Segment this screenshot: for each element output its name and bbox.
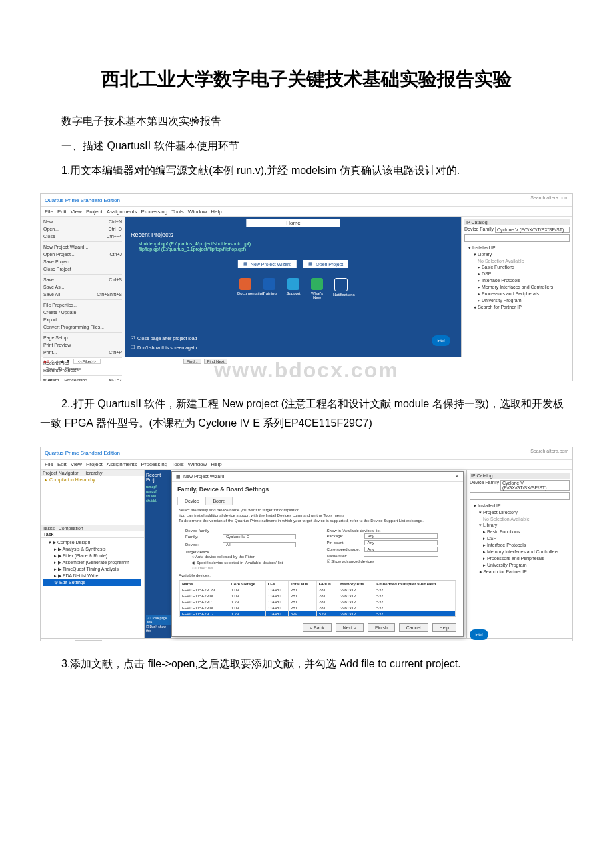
filter-input[interactable]: <<Filter>> bbox=[75, 640, 102, 641]
recent-file[interactable]: shuidd. bbox=[146, 494, 170, 498]
open-project-button[interactable]: ▦Open Project bbox=[303, 260, 348, 268]
menu-assignments[interactable]: Assignments bbox=[107, 461, 137, 467]
radio-other[interactable]: ○ Other: n/a bbox=[179, 565, 315, 571]
name-filter-input[interactable] bbox=[364, 556, 438, 557]
home-tab[interactable]: Home bbox=[246, 219, 340, 227]
radio-auto[interactable]: ○ Auto device selected by the Fitter bbox=[179, 554, 315, 559]
filter-input[interactable]: <<Filter>> bbox=[73, 359, 101, 364]
menu-project[interactable]: Project bbox=[86, 461, 103, 467]
ip-search-input[interactable] bbox=[470, 492, 570, 500]
show-advanced-checkbox[interactable]: ☑ Show advanced devices bbox=[320, 559, 457, 563]
tree-item[interactable]: ▸ Basic Functions bbox=[468, 264, 570, 271]
menu-item-page-setup[interactable]: Page Setup... bbox=[43, 334, 122, 341]
menu-edit[interactable]: Edit bbox=[57, 209, 67, 215]
task-compile-design[interactable]: ▾ ▶ Compile Design bbox=[43, 539, 141, 546]
menu-item-new[interactable]: New...Ctrl+N bbox=[43, 218, 122, 225]
menu-item-open[interactable]: Open...Ctrl+O bbox=[43, 225, 122, 233]
hierarchy-tab[interactable]: Hierarchy bbox=[83, 471, 103, 475]
find-next-button[interactable]: Find Next bbox=[204, 359, 228, 364]
device-row[interactable]: EP4CE115F23I8L1.0V1144802812813981312532 bbox=[180, 605, 456, 611]
help-button[interactable]: Help bbox=[432, 623, 456, 632]
menu-help[interactable]: Help bbox=[211, 461, 221, 467]
notifications-icon[interactable]: Notifications bbox=[333, 278, 349, 299]
training-icon[interactable]: Training bbox=[261, 278, 277, 299]
menu-window[interactable]: Window bbox=[188, 209, 207, 215]
documentation-icon[interactable]: Documentation bbox=[237, 278, 253, 299]
close-page-checkbox[interactable]: ☑Close page after project load bbox=[131, 335, 197, 341]
tree-item[interactable]: ▸ DSP bbox=[468, 271, 570, 277]
recent-file[interactable]: run.qpf bbox=[146, 489, 170, 493]
task-eda-netlist[interactable]: ▸ ▶ EDA Netlist Writer bbox=[43, 573, 141, 579]
menu-item-save-project[interactable]: Save Project bbox=[43, 258, 122, 265]
tree-item[interactable]: ▸ Interface Protocols bbox=[468, 277, 570, 284]
menu-item-close[interactable]: CloseCtrl+F4 bbox=[43, 233, 122, 240]
tree-item[interactable]: ▾ Installed IP bbox=[474, 503, 570, 509]
menu-tools[interactable]: Tools bbox=[171, 209, 184, 215]
task-timequest[interactable]: ▸ ▶ TimeQuest Timing Analysis bbox=[43, 566, 141, 573]
family-select[interactable]: Cyclone IV E bbox=[223, 534, 296, 539]
recent-project-link[interactable]: flipflop.qpf (E:/quartus_3.1project/flip… bbox=[139, 247, 251, 251]
menu-tools[interactable]: Tools bbox=[171, 461, 184, 467]
dont-show-checkbox[interactable]: ☐ Don't show this bbox=[146, 625, 171, 633]
menu-help[interactable]: Help bbox=[211, 209, 221, 215]
menu-edit[interactable]: Edit bbox=[57, 461, 67, 467]
dont-show-checkbox[interactable]: ☐Don't show this screen again bbox=[131, 345, 197, 350]
tree-item[interactable]: ▸ University Program bbox=[474, 562, 570, 569]
menu-file[interactable]: File bbox=[45, 461, 53, 467]
menu-project[interactable]: Project bbox=[86, 209, 103, 215]
device-family-select[interactable]: Cyclone V (E/GX/GT/SX/SE/ST) bbox=[500, 480, 570, 491]
tree-item[interactable]: ● Search for Partner IP bbox=[468, 304, 570, 310]
task-analysis[interactable]: ▸ ▶ Analysis & Synthesis bbox=[43, 546, 141, 553]
menu-item-create-update[interactable]: Create / Update bbox=[43, 309, 122, 316]
menu-processing[interactable]: Processing bbox=[141, 461, 168, 467]
menu-item-save[interactable]: SaveCtrl+S bbox=[43, 276, 122, 283]
tree-item[interactable]: ▾ Installed IP bbox=[468, 245, 570, 251]
menu-item-open-project[interactable]: Open Project...Ctrl+J bbox=[43, 251, 122, 258]
menu-item-save-as[interactable]: Save As... bbox=[43, 283, 122, 291]
device-row[interactable]: EP4CE115F23I8L1.0V1144802812813981312532 bbox=[180, 593, 456, 599]
device-family-select[interactable]: Cyclone V (E/GX/GT/SX/SE/ST) bbox=[495, 227, 570, 233]
search-box[interactable]: Search altera.com bbox=[530, 449, 568, 453]
menu-item-convert[interactable]: Convert Programming Files... bbox=[43, 323, 122, 331]
next-button[interactable]: Next > bbox=[336, 623, 364, 632]
support-icon[interactable]: Support bbox=[285, 278, 301, 299]
devices-table[interactable]: NameCore VoltageLEsTotal I/OsGPIOsMemory… bbox=[179, 580, 456, 617]
new-project-wizard-button[interactable]: ▦New Project Wizard bbox=[238, 260, 297, 268]
tree-item[interactable]: ▸ Memory Interfaces and Controllers bbox=[474, 549, 570, 555]
menu-item-file-props[interactable]: File Properties... bbox=[43, 301, 122, 309]
tree-item[interactable]: ● Search for Partner IP bbox=[474, 569, 570, 575]
tree-item[interactable]: ▸ Basic Functions bbox=[474, 529, 570, 535]
tab-board[interactable]: Board bbox=[205, 497, 233, 505]
filter-all[interactable]: All bbox=[45, 640, 50, 641]
filter-all[interactable]: All bbox=[43, 359, 49, 364]
menu-item-print-preview[interactable]: Print Preview bbox=[43, 341, 122, 349]
menu-item-new-wizard[interactable]: New Project Wizard... bbox=[43, 243, 122, 251]
recent-project-link[interactable]: shuidengd.qpf (E:/quartus_4/project/shui… bbox=[139, 241, 251, 246]
menu-item-export[interactable]: Export... bbox=[43, 316, 122, 323]
tree-item[interactable]: ▸ DSP bbox=[474, 535, 570, 542]
tree-item[interactable]: ▸ Memory Interfaces and Controllers bbox=[468, 284, 570, 291]
recent-file[interactable]: shuidd. bbox=[146, 499, 170, 503]
menu-processing[interactable]: Processing bbox=[141, 209, 168, 215]
tree-item[interactable]: ▸ Interface Protocols bbox=[474, 542, 570, 549]
hierarchy-root[interactable]: ▲ Compilation Hierarchy bbox=[43, 477, 141, 482]
menu-item-close-project[interactable]: Close Project bbox=[43, 265, 122, 273]
radio-specific[interactable]: ◉ Specific device selected in 'Available… bbox=[179, 559, 315, 565]
finish-button[interactable]: Finish bbox=[368, 623, 395, 632]
compilation-tab[interactable]: Compilation bbox=[59, 526, 83, 531]
tree-item[interactable]: ▸ Processors and Peripherals bbox=[468, 291, 570, 297]
menu-assignments[interactable]: Assignments bbox=[107, 209, 137, 215]
tree-item[interactable]: ▾ Library bbox=[468, 251, 570, 258]
tab-device[interactable]: Device bbox=[177, 497, 206, 505]
package-select[interactable]: Any bbox=[364, 533, 438, 539]
menu-view[interactable]: View bbox=[71, 209, 82, 215]
menu-view[interactable]: View bbox=[71, 461, 82, 467]
menu-file[interactable]: File bbox=[45, 209, 53, 215]
speed-select[interactable]: Any bbox=[364, 547, 438, 552]
device-row[interactable]: EP4CE115F29C71.2V1144805295293981312532 bbox=[180, 611, 456, 617]
task-fitter[interactable]: ▸ ▶ Fitter (Place & Route) bbox=[43, 553, 141, 559]
device-row[interactable]: EP4CE115F23C8L1.0V1144802812813981312532 bbox=[180, 587, 456, 593]
menu-item-save-all[interactable]: Save AllCtrl+Shift+S bbox=[43, 291, 122, 298]
pincount-select[interactable]: Any bbox=[364, 540, 438, 545]
cancel-button[interactable]: Cancel bbox=[399, 623, 428, 632]
